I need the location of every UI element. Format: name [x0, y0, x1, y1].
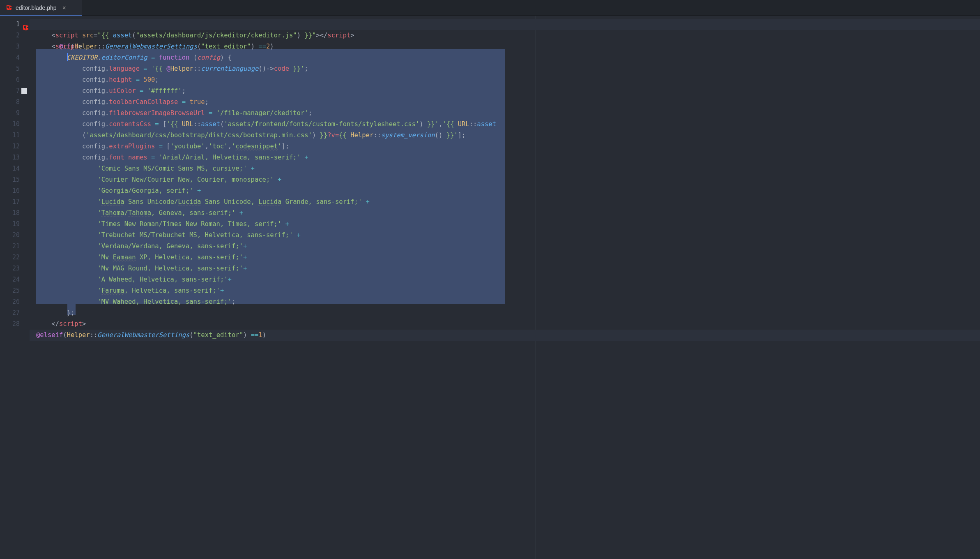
tab-bar: editor.blade.php ×: [0, 0, 980, 16]
code-line[interactable]: 'Lucida Sans Unicode/Lucida Sans Unicode…: [30, 196, 980, 208]
code-line[interactable]: config.extraPlugins = ['youtube','toc','…: [30, 141, 980, 152]
modified-marker-icon: [21, 88, 27, 94]
line-number[interactable]: 5: [0, 63, 30, 74]
line-number[interactable]: 26: [0, 296, 30, 307]
code-line[interactable]: 'Trebuchet MS/Trebuchet MS, Helvetica, s…: [30, 230, 980, 241]
code-line[interactable]: @if(Helper::GeneralWebmasterSettings("te…: [30, 19, 980, 30]
code-line[interactable]: 'Times New Roman/Times New Roman, Times,…: [30, 219, 980, 230]
line-number[interactable]: 6: [0, 74, 30, 85]
code-line[interactable]: 'Courier New/Courier New, Courier, monos…: [30, 174, 980, 185]
code-line[interactable]: 'Mv Eamaan XP, Helvetica, sans-serif;'+: [30, 252, 980, 263]
line-number[interactable]: 3: [0, 41, 30, 52]
code-line[interactable]: @elseif(Helper::GeneralWebmasterSettings…: [30, 330, 980, 341]
code-line[interactable]: config.uiColor = '#ffffff';: [30, 85, 980, 97]
line-number[interactable]: 24: [0, 274, 30, 285]
code-line[interactable]: config.language = '{{ @Helper::currentLa…: [30, 63, 980, 74]
line-number[interactable]: 9: [0, 108, 30, 119]
code-line[interactable]: config.font_names = 'Arial/Arial, Helvet…: [30, 152, 980, 163]
code-line[interactable]: config.height = 500;: [30, 74, 980, 85]
line-number[interactable]: 20: [0, 230, 30, 241]
line-number[interactable]: 25: [0, 285, 30, 296]
laravel-file-icon: [6, 5, 12, 11]
code-line[interactable]: </script>: [30, 319, 980, 330]
code-line[interactable]: 'Comic Sans MS/Comic Sans MS, cursive;' …: [30, 163, 980, 174]
code-line[interactable]: CKEDITOR.editorConfig = function (config…: [30, 52, 980, 63]
line-number[interactable]: 12: [0, 141, 30, 152]
line-number[interactable]: 15: [0, 174, 30, 185]
line-number[interactable]: 16: [0, 185, 30, 196]
code-line[interactable]: 'Mv MAG Round, Helvetica, sans-serif;'+: [30, 263, 980, 274]
tab-filename: editor.blade.php: [16, 5, 57, 11]
code-line[interactable]: };: [30, 307, 980, 319]
line-number[interactable]: 14: [0, 163, 30, 174]
line-number[interactable]: 11: [0, 130, 30, 141]
line-number[interactable]: 19: [0, 219, 30, 230]
line-number[interactable]: 13: [0, 152, 30, 163]
line-number[interactable]: 22: [0, 252, 30, 263]
line-number[interactable]: 27: [0, 307, 30, 319]
code-line[interactable]: 'Faruma, Helvetica, sans-serif;'+: [30, 285, 980, 296]
code-line[interactable]: 'Georgia/Georgia, serif;' +: [30, 185, 980, 196]
line-number[interactable]: 2: [0, 30, 30, 41]
code-line[interactable]: config.toolbarCanCollapse = true;: [30, 97, 980, 108]
code-line-wrap[interactable]: ('assets/dashboard/css/bootstrap/dist/cs…: [30, 130, 980, 141]
code-line[interactable]: <script src="{{ asset("assets/dashboard/…: [30, 30, 980, 41]
code-line[interactable]: config.filebrowserImageBrowseUrl = '/fil…: [30, 108, 980, 119]
line-number[interactable]: 23: [0, 263, 30, 274]
editor-area[interactable]: 1 2 3 4 5 6 7 8 9 10 11 12 13 14 15 16 1…: [0, 16, 980, 559]
line-number[interactable]: 28: [0, 319, 30, 330]
code-line[interactable]: 'Tahoma/Tahoma, Geneva, sans-serif;' +: [30, 208, 980, 219]
line-number[interactable]: 8: [0, 97, 30, 108]
line-number[interactable]: 18: [0, 208, 30, 219]
line-number[interactable]: 21: [0, 241, 30, 252]
code-content[interactable]: @if(Helper::GeneralWebmasterSettings("te…: [30, 16, 980, 559]
laravel-gutter-icon: [22, 24, 30, 31]
line-number[interactable]: 17: [0, 196, 30, 208]
line-number[interactable]: 10: [0, 119, 30, 130]
code-line[interactable]: config.contentsCss = ['{{ URL::asset('as…: [30, 119, 980, 130]
tab-editor-blade[interactable]: editor.blade.php ×: [0, 0, 82, 15]
code-line[interactable]: 'Verdana/Verdana, Geneva, sans-serif;'+: [30, 241, 980, 252]
line-number[interactable]: 4: [0, 52, 30, 63]
tab-close-icon[interactable]: ×: [62, 4, 66, 12]
code-line[interactable]: 'A_Waheed, Helvetica, sans-serif;'+: [30, 274, 980, 285]
gutter: 1 2 3 4 5 6 7 8 9 10 11 12 13 14 15 16 1…: [0, 16, 30, 559]
code-line[interactable]: 'MV Waheed, Helvetica, sans-serif;';: [30, 296, 980, 307]
